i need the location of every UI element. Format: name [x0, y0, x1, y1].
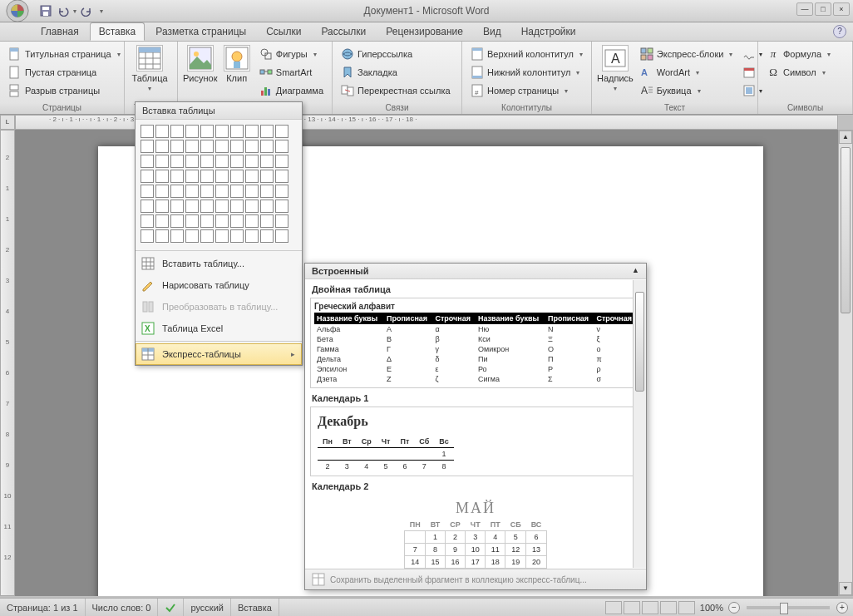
- grid-cell[interactable]: [230, 214, 244, 228]
- grid-cell[interactable]: [275, 200, 288, 213]
- grid-cell[interactable]: [185, 140, 199, 153]
- grid-cell[interactable]: [230, 200, 244, 213]
- grid-cell[interactable]: [141, 170, 154, 183]
- qt-preview-cal1[interactable]: Декабрь ПнВтСрЧтПтСбВс12345678: [310, 407, 641, 476]
- status-lang[interactable]: русский: [184, 599, 230, 616]
- dropcap-button[interactable]: AБуквица: [637, 81, 737, 100]
- tab-1[interactable]: Вставка: [90, 22, 145, 41]
- hyperlink-button[interactable]: Гиперссылка: [338, 45, 454, 63]
- grid-cell[interactable]: [215, 155, 229, 168]
- grid-cell[interactable]: [141, 200, 154, 213]
- qt-preview-cal2[interactable]: МАЙ ПНВТСРЧТПТСБВС1234567891011121314151…: [310, 495, 641, 569]
- cover-page-button[interactable]: Титульная страница: [5, 45, 124, 63]
- office-button[interactable]: [2, 0, 33, 22]
- excel-table-item[interactable]: XТаблица Excel: [136, 318, 302, 339]
- grid-cell[interactable]: [215, 229, 229, 243]
- table-grid-picker[interactable]: [136, 120, 302, 249]
- grid-cell[interactable]: [185, 170, 199, 183]
- quick-tables-item[interactable]: Экспресс-таблицы▸: [136, 343, 302, 365]
- grid-cell[interactable]: [200, 185, 214, 198]
- grid-cell[interactable]: [155, 214, 169, 228]
- grid-cell[interactable]: [245, 229, 259, 243]
- wordart-button[interactable]: AWordArt: [637, 63, 737, 81]
- grid-cell[interactable]: [200, 200, 214, 213]
- grid-cell[interactable]: [275, 229, 288, 243]
- vertical-scrollbar[interactable]: ▲▼: [838, 130, 853, 596]
- grid-cell[interactable]: [170, 185, 184, 198]
- view-draft-button[interactable]: [678, 601, 695, 614]
- grid-cell[interactable]: [245, 140, 259, 153]
- grid-cell[interactable]: [185, 155, 199, 168]
- zoom-out-button[interactable]: −: [728, 602, 740, 614]
- view-outline-button[interactable]: [660, 601, 677, 614]
- grid-cell[interactable]: [170, 155, 184, 168]
- grid-cell[interactable]: [155, 155, 169, 168]
- grid-cell[interactable]: [260, 140, 274, 153]
- chart-button[interactable]: Диаграмма: [256, 81, 327, 100]
- grid-cell[interactable]: [230, 170, 244, 183]
- grid-cell[interactable]: [155, 140, 169, 153]
- tab-3[interactable]: Ссылки: [257, 22, 310, 41]
- grid-cell[interactable]: [260, 214, 274, 228]
- grid-cell[interactable]: [170, 170, 184, 183]
- insert-table-item[interactable]: Вставить таблицу...: [136, 253, 302, 274]
- vertical-ruler[interactable]: 21123456789101112: [0, 130, 15, 596]
- grid-cell[interactable]: [170, 200, 184, 213]
- tab-2[interactable]: Разметка страницы: [146, 22, 255, 41]
- status-words[interactable]: Число слов: 0: [86, 599, 159, 616]
- grid-cell[interactable]: [215, 200, 229, 213]
- grid-cell[interactable]: [170, 229, 184, 243]
- grid-cell[interactable]: [141, 125, 154, 138]
- help-icon[interactable]: ?: [833, 25, 846, 38]
- footer-button[interactable]: Нижний колонтитул: [467, 63, 586, 81]
- table-button[interactable]: Таблица▾: [128, 43, 171, 94]
- grid-cell[interactable]: [170, 140, 184, 153]
- grid-cell[interactable]: [200, 125, 214, 138]
- zoom-in-button[interactable]: +: [836, 602, 848, 614]
- status-mode[interactable]: Вставка: [231, 599, 279, 616]
- grid-cell[interactable]: [185, 185, 199, 198]
- grid-cell[interactable]: [245, 155, 259, 168]
- grid-cell[interactable]: [260, 229, 274, 243]
- grid-cell[interactable]: [230, 185, 244, 198]
- blank-page-button[interactable]: Пустая страница: [5, 63, 124, 81]
- grid-cell[interactable]: [245, 125, 259, 138]
- qt-scrollbar[interactable]: [633, 280, 646, 568]
- grid-cell[interactable]: [185, 214, 199, 228]
- quickparts-button[interactable]: Экспресс-блоки: [637, 45, 737, 63]
- undo-icon[interactable]: [56, 3, 71, 18]
- grid-cell[interactable]: [215, 140, 229, 153]
- grid-cell[interactable]: [155, 229, 169, 243]
- grid-cell[interactable]: [141, 214, 154, 228]
- grid-cell[interactable]: [230, 229, 244, 243]
- close-button[interactable]: ×: [833, 2, 850, 16]
- grid-cell[interactable]: [260, 155, 274, 168]
- tab-0[interactable]: Главная: [32, 22, 88, 41]
- smartart-button[interactable]: SmartArt: [256, 63, 327, 81]
- redo-icon[interactable]: [79, 3, 94, 18]
- clip-button[interactable]: Клип: [219, 43, 254, 85]
- grid-cell[interactable]: [170, 125, 184, 138]
- grid-cell[interactable]: [200, 155, 214, 168]
- grid-cell[interactable]: [185, 200, 199, 213]
- grid-cell[interactable]: [155, 170, 169, 183]
- grid-cell[interactable]: [155, 200, 169, 213]
- grid-cell[interactable]: [245, 185, 259, 198]
- draw-table-item[interactable]: Нарисовать таблицу: [136, 274, 302, 296]
- status-page[interactable]: Страница: 1 из 1: [0, 599, 86, 616]
- grid-cell[interactable]: [215, 170, 229, 183]
- crossref-button[interactable]: Перекрестная ссылка: [338, 81, 454, 100]
- pagenum-button[interactable]: #Номер страницы: [467, 81, 586, 100]
- grid-cell[interactable]: [230, 155, 244, 168]
- grid-cell[interactable]: [141, 185, 154, 198]
- grid-cell[interactable]: [215, 185, 229, 198]
- grid-cell[interactable]: [260, 185, 274, 198]
- grid-cell[interactable]: [245, 200, 259, 213]
- grid-cell[interactable]: [200, 170, 214, 183]
- minimize-button[interactable]: —: [796, 2, 813, 16]
- view-web-button[interactable]: [642, 601, 658, 614]
- grid-cell[interactable]: [170, 214, 184, 228]
- tab-4[interactable]: Рассылки: [312, 22, 375, 41]
- formula-button[interactable]: πФормула: [763, 45, 834, 63]
- shapes-button[interactable]: Фигуры: [256, 45, 327, 63]
